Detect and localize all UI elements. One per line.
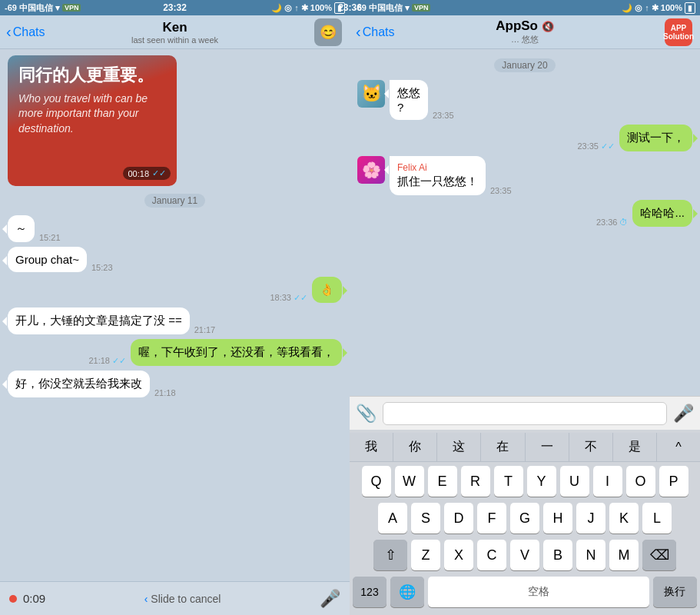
bubble-felix[interactable]: Felix Ai 抓住一只悠悠！ xyxy=(390,156,486,195)
felix-icon: 🌸 xyxy=(362,161,381,179)
right-status-bar: -69 中国电信 ▾ VPN 23:36 🌙 ◎ ↑ ✱ 100% ▮ xyxy=(350,0,700,15)
key-p[interactable]: P xyxy=(659,466,688,497)
bubble-test[interactable]: 测试一下， xyxy=(619,125,692,151)
key-l[interactable]: L xyxy=(642,503,672,534)
key-n[interactable]: N xyxy=(576,540,605,570)
mute-icon: 🔇 xyxy=(542,21,554,32)
right-contact-avatar[interactable]: APPSolution xyxy=(665,18,692,46)
key-w[interactable]: W xyxy=(395,466,424,497)
back-label[interactable]: Chats xyxy=(363,25,395,39)
key-s[interactable]: S xyxy=(411,503,440,534)
bubble-text: 悠悠? xyxy=(397,86,420,114)
key-d[interactable]: D xyxy=(444,503,473,534)
numbers-key[interactable]: 123 xyxy=(353,577,386,607)
quick-key-yi[interactable]: 一 xyxy=(526,433,569,461)
left-chat-subtitle: last seen within a week xyxy=(131,35,218,45)
left-signal: -69 中国电信 ▾ VPN xyxy=(5,2,81,14)
delete-key[interactable]: ⌫ xyxy=(642,540,676,570)
arrow-icon: ↑ xyxy=(645,3,649,12)
quick-key-wo[interactable]: 我 xyxy=(350,433,393,461)
right-time: 23:36 xyxy=(338,2,362,13)
key-q[interactable]: Q xyxy=(362,466,391,497)
left-nav-bar: ‹ Chats Ken last seen within a week 😊 xyxy=(0,15,350,49)
bubble-kaier[interactable]: 开儿，大锤的文章是搞定了没 == xyxy=(8,308,190,334)
bubble-haha[interactable]: 哈哈哈... xyxy=(632,200,692,227)
message-time: 21:18 xyxy=(154,388,176,397)
bubble-hao[interactable]: 好，你没空就丢给我来改 xyxy=(8,371,150,397)
bubble-text: 👌 xyxy=(320,283,334,296)
bubble-ok[interactable]: 👌 xyxy=(312,277,342,303)
quick-key-zhe[interactable]: 这 xyxy=(437,433,481,461)
bubble-tilde[interactable]: ～ xyxy=(8,215,35,242)
return-key[interactable]: 换行 xyxy=(653,577,698,607)
key-f[interactable]: F xyxy=(477,503,506,534)
felix-avatar: 🌸 xyxy=(357,156,385,184)
bubble-groupchat[interactable]: Group chat~ xyxy=(8,247,87,272)
quick-key-bu[interactable]: 不 xyxy=(569,433,613,461)
key-m[interactable]: M xyxy=(609,540,639,570)
right-nav-bar: ‹ Chats AppSo 🔇 … 悠悠 APPSolution xyxy=(350,15,700,49)
check-icon: ✓✓ xyxy=(294,293,307,302)
voice-record-bar[interactable]: 0:09 ‹ Slide to cancel 🎤 xyxy=(0,581,350,615)
quick-key-expand[interactable]: ^ xyxy=(657,433,700,461)
keyboard-row-2: A S D F G H J K L xyxy=(350,499,700,536)
image-en-text: Who you travel with can be more importan… xyxy=(18,91,166,137)
right-chat-subtitle: … 悠悠 xyxy=(496,34,554,45)
moon-icon: 🌙 xyxy=(271,3,282,13)
key-b[interactable]: B xyxy=(543,540,572,570)
key-t[interactable]: T xyxy=(494,466,523,497)
bubble-text: 喔，下午收到了，还没看，等我看看， xyxy=(138,345,334,358)
date-separator-jan11: January 11 xyxy=(144,194,205,208)
message-input-field[interactable] xyxy=(383,402,667,425)
youyou-avatar: 🐱 xyxy=(357,80,385,108)
key-j[interactable]: J xyxy=(576,503,605,534)
image-cn-text: 同行的人更重要。 xyxy=(18,65,166,87)
quick-key-shi[interactable]: 是 xyxy=(613,433,657,461)
bubble-oh[interactable]: 喔，下午收到了，还没看，等我看看， xyxy=(131,339,342,366)
left-nav-center: Ken last seen within a week xyxy=(131,20,218,45)
shift-key[interactable]: ⇧ xyxy=(373,540,407,570)
key-g[interactable]: G xyxy=(510,503,539,534)
location-icon: ◎ xyxy=(635,3,642,13)
message-time: 21:17 xyxy=(194,325,216,334)
left-contact-avatar[interactable]: 😊 xyxy=(314,18,342,46)
right-chat-panel: -69 中国电信 ▾ VPN 23:36 🌙 ◎ ↑ ✱ 100% ▮ ‹ Ch… xyxy=(350,0,700,615)
message-time: 23:35 xyxy=(490,186,512,195)
quick-key-zai[interactable]: 在 xyxy=(481,433,525,461)
right-battery: 🌙 ◎ ↑ ✱ 100% ▮ xyxy=(622,2,695,14)
back-label[interactable]: Chats xyxy=(13,25,45,39)
message-time: 23:35 xyxy=(433,111,454,120)
key-o[interactable]: O xyxy=(626,466,655,497)
space-key[interactable]: 空格 xyxy=(428,577,649,607)
key-i[interactable]: I xyxy=(593,466,622,497)
microphone-icon[interactable]: 🎤 xyxy=(320,589,340,609)
key-a[interactable]: A xyxy=(378,503,407,534)
key-y[interactable]: Y xyxy=(527,466,556,497)
image-message[interactable]: 同行的人更重要。 Who you travel with can be more… xyxy=(8,55,177,186)
key-z[interactable]: Z xyxy=(411,540,440,570)
key-e[interactable]: E xyxy=(428,466,457,497)
key-c[interactable]: C xyxy=(477,540,506,570)
left-back-button[interactable]: ‹ Chats xyxy=(6,23,45,41)
check-icon: ✓✓ xyxy=(112,356,126,365)
signal-text: -69 中国电信 xyxy=(5,2,53,14)
quick-key-ni[interactable]: 你 xyxy=(393,433,437,461)
voice-input-icon[interactable]: 🎤 xyxy=(673,404,694,424)
key-v[interactable]: V xyxy=(510,540,539,570)
message-input-bar: 📎 🎤 xyxy=(350,396,700,430)
message-row-test: 23:35 ✓✓ 测试一下， xyxy=(577,125,692,151)
attachment-icon[interactable]: 📎 xyxy=(356,404,377,424)
globe-key[interactable]: 🌐 xyxy=(390,577,424,607)
message-row-groupchat: Group chat~ 15:23 xyxy=(8,247,113,272)
right-back-button[interactable]: ‹ Chats xyxy=(356,23,394,41)
left-chat-title: Ken xyxy=(131,20,218,35)
key-x[interactable]: X xyxy=(444,540,473,570)
slide-cancel-label: Slide to cancel xyxy=(151,593,221,605)
key-k[interactable]: K xyxy=(609,503,639,534)
bubble-youyou[interactable]: 悠悠? xyxy=(390,80,428,120)
key-h[interactable]: H xyxy=(543,503,572,534)
key-r[interactable]: R xyxy=(461,466,490,497)
key-u[interactable]: U xyxy=(560,466,589,497)
slide-to-cancel-area[interactable]: ‹ Slide to cancel xyxy=(51,593,314,605)
keyboard-row-4: 123 🌐 空格 换行 xyxy=(350,573,700,615)
